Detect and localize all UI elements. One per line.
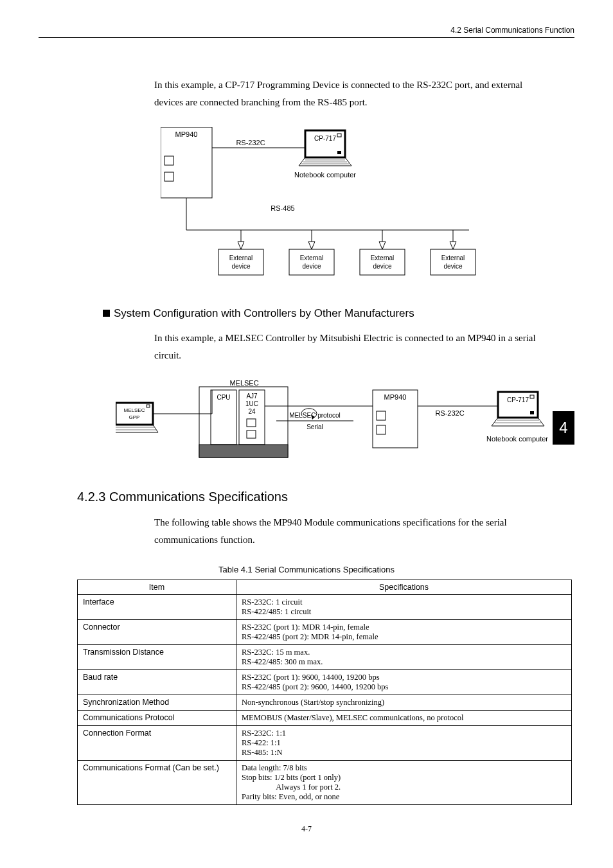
cell-spec: RS-232C: 15 m max. RS-422/485: 300 m max… [236, 645, 572, 670]
svg-rect-34 [116, 403, 153, 425]
external-devices: External device External device External… [218, 230, 475, 275]
cell-item: Communications Protocol [78, 711, 236, 726]
svg-rect-53 [247, 430, 256, 438]
svg-rect-16 [218, 249, 263, 275]
svg-rect-76 [530, 411, 534, 414]
label-notebook: Notebook computer [294, 171, 356, 179]
label-rs232c: RS-232C [236, 139, 265, 146]
svg-text:1UC: 1UC [245, 400, 258, 407]
table-row: Synchronization MethodNon-synchronous (S… [78, 695, 572, 711]
table-row: Communications ProtocolMEMOBUS (Master/S… [78, 711, 572, 726]
svg-rect-6 [337, 134, 341, 137]
svg-rect-75 [530, 395, 534, 398]
cell-spec: MEMOBUS (Master/Slave), MELSEC communica… [236, 711, 572, 726]
diagram-rs485-branching: MP940 RS-232C CP-717 Notebook computer R… [161, 127, 574, 294]
intro-paragraph-1: In this example, a CP-717 Programming De… [154, 76, 549, 111]
svg-text:device: device [232, 263, 251, 270]
chapter-tab: 4 [553, 411, 574, 445]
cell-spec: RS-232C: 1 circuit RS-422/485: 1 circuit [236, 595, 572, 620]
cell-spec: RS-232C (port 1): 9600, 14400, 19200 bps… [236, 670, 572, 695]
bullet-square-icon [103, 310, 110, 317]
cell-spec: RS-232C (port 1): MDR 14-pin, female RS-… [236, 620, 572, 645]
svg-rect-31 [431, 249, 475, 275]
svg-rect-37 [147, 405, 150, 407]
cell-spec: RS-232C: 1:1 RS-422: 1:1 RS-485: 1:N [236, 726, 572, 761]
laptop-icon: CP-717 [299, 130, 351, 166]
svg-text:GPP: GPP [129, 414, 140, 420]
svg-text:MELSEC: MELSEC [229, 380, 258, 387]
svg-rect-26 [360, 249, 405, 275]
svg-text:MELSEC protocol: MELSEC protocol [289, 412, 340, 419]
svg-rect-70 [377, 425, 386, 434]
table-row: ConnectorRS-232C (port 1): MDR 14-pin, f… [78, 620, 572, 645]
svg-rect-7 [337, 151, 341, 154]
running-header: 4.2 Serial Communications Function [39, 26, 574, 38]
cell-item: Transmission Distance [78, 645, 236, 670]
svg-text:MELSEC: MELSEC [124, 407, 145, 413]
label-cp717: CP-717 [314, 135, 336, 142]
svg-rect-2 [164, 172, 173, 181]
svg-rect-69 [377, 411, 386, 420]
cell-item: Connector [78, 620, 236, 645]
intro-paragraph-2: In this example, a MELSEC Controller by … [154, 330, 549, 364]
svg-text:External: External [441, 254, 465, 261]
svg-marker-38 [116, 425, 158, 432]
svg-text:Notebook computer: Notebook computer [486, 435, 548, 443]
label-mp940: MP940 [175, 130, 198, 138]
svg-text:device: device [444, 263, 463, 270]
svg-rect-45 [199, 445, 288, 457]
col-spec: Specifications [236, 580, 572, 595]
svg-text:device: device [373, 263, 392, 270]
svg-rect-52 [247, 419, 256, 427]
svg-text:External: External [300, 254, 324, 261]
intro-paragraph-3: The following table shows the MP940 Modu… [154, 514, 549, 549]
cell-spec: Non-synchronous (Start/stop synchronizin… [236, 695, 572, 711]
cell-spec: Data length: 7/8 bits Stop bits: 1/2 bit… [236, 761, 572, 805]
label-rs485: RS-485 [271, 204, 294, 212]
col-item: Item [78, 580, 236, 595]
svg-marker-15 [238, 242, 244, 249]
svg-text:AJ7: AJ7 [246, 393, 258, 400]
svg-marker-30 [450, 242, 456, 249]
svg-text:CP-717: CP-717 [507, 396, 529, 403]
svg-text:Serial: Serial [306, 423, 323, 430]
table-row: Baud rateRS-232C (port 1): 9600, 14400, … [78, 670, 572, 695]
svg-text:device: device [303, 263, 321, 270]
diagram-melsec: MELSEC GPP MELSEC CPU AJ7 1UC 24 MELSEC … [116, 380, 574, 470]
section-heading-text: System Configuration with Controllers by… [114, 307, 414, 319]
svg-marker-8 [299, 157, 351, 166]
svg-text:24: 24 [248, 408, 256, 415]
table-row: Transmission DistanceRS-232C: 15 m max. … [78, 645, 572, 670]
svg-rect-21 [289, 249, 334, 275]
cell-item: Interface [78, 595, 236, 620]
svg-text:MP940: MP940 [384, 393, 407, 401]
svg-rect-1 [164, 156, 173, 165]
svg-text:External: External [371, 254, 395, 261]
numbered-heading: 4.2.3 Communications Specifications [77, 490, 574, 504]
spec-table: Item Specifications InterfaceRS-232C: 1 … [77, 580, 572, 805]
cell-item: Baud rate [78, 670, 236, 695]
cell-item: Communications Format (Can be set.) [78, 761, 236, 805]
svg-marker-20 [308, 242, 315, 249]
svg-marker-77 [492, 418, 544, 426]
svg-marker-25 [379, 242, 386, 249]
cell-item: Synchronization Method [78, 695, 236, 711]
table-row: Connection FormatRS-232C: 1:1 RS-422: 1:… [78, 726, 572, 761]
svg-text:External: External [229, 254, 253, 261]
table-row: Communications Format (Can be set.)Data … [78, 761, 572, 805]
table-caption: Table 4.1 Serial Communications Specific… [39, 565, 574, 574]
svg-text:CPU: CPU [217, 394, 230, 401]
svg-text:RS-232C: RS-232C [435, 409, 464, 417]
section-heading: System Configuration with Controllers by… [103, 307, 574, 320]
cell-item: Connection Format [78, 726, 236, 761]
page-number: 4-7 [39, 824, 574, 834]
table-row: InterfaceRS-232C: 1 circuit RS-422/485: … [78, 595, 572, 620]
